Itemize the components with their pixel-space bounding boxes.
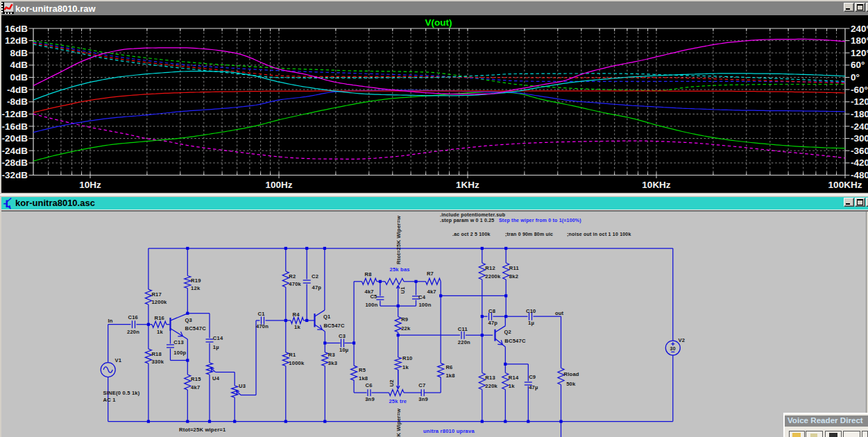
svg-text:Q2: Q2	[504, 329, 512, 335]
svg-text:1KHz: 1KHz	[456, 180, 479, 190]
svg-text:U2: U2	[389, 379, 395, 386]
svg-text:1µ: 1µ	[213, 344, 219, 350]
svg-text:unitra r8010 uprava: unitra r8010 uprava	[423, 428, 475, 434]
svg-text:1k8: 1k8	[445, 372, 454, 379]
svg-text:3n9: 3n9	[418, 396, 428, 402]
svg-text:C3: C3	[339, 333, 346, 339]
svg-text:C10: C10	[526, 308, 536, 314]
svg-text:-8dB: -8dB	[7, 96, 28, 107]
svg-text:BC547C: BC547C	[323, 323, 345, 329]
svg-text:10µ: 10µ	[339, 347, 348, 353]
svg-text:SINE(0 0.5 1k): SINE(0 0.5 1k)	[103, 390, 140, 396]
svg-text:U3: U3	[239, 383, 246, 389]
svg-text:Rtot=25K wiper=1: Rtot=25K wiper=1	[179, 427, 226, 433]
svg-text:330k: 330k	[151, 359, 164, 365]
svg-text:R11: R11	[509, 265, 520, 271]
svg-text:C9: C9	[529, 374, 536, 380]
svg-text:1k: 1k	[402, 364, 409, 370]
svg-text:-240°: -240°	[851, 121, 868, 132]
svg-text:-4dB: -4dB	[7, 85, 28, 95]
svg-text:220k: 220k	[485, 383, 497, 389]
svg-text:-420°: -420°	[851, 157, 868, 168]
svg-text:R17: R17	[151, 291, 162, 298]
svg-text:R9: R9	[401, 316, 408, 323]
svg-text:R15: R15	[191, 376, 201, 382]
svg-text:4dB: 4dB	[10, 60, 28, 70]
svg-text:4k7: 4k7	[427, 289, 436, 295]
svg-text:120°: 120°	[851, 48, 868, 58]
svg-text:C7: C7	[418, 382, 425, 388]
svg-text:R8: R8	[365, 271, 372, 277]
svg-text:R4: R4	[293, 311, 300, 318]
svg-text:C14: C14	[213, 335, 223, 341]
svg-text:3k3: 3k3	[328, 360, 337, 366]
svg-text:R10: R10	[402, 355, 413, 361]
svg-text:30: 30	[670, 346, 676, 351]
svg-text:C13: C13	[173, 339, 184, 345]
svg-text:Q3: Q3	[185, 317, 193, 323]
svg-text:R1: R1	[289, 352, 296, 358]
svg-text:-360°: -360°	[851, 146, 868, 156]
svg-text:V1: V1	[115, 357, 122, 363]
svg-text:12dB: 12dB	[5, 35, 28, 46]
svg-text:22k: 22k	[401, 325, 411, 332]
svg-text:47p: 47p	[488, 320, 498, 326]
svg-text:3n9: 3n9	[365, 396, 375, 402]
svg-text:C16: C16	[128, 314, 139, 320]
svg-text:10KHz: 10KHz	[642, 180, 671, 190]
svg-text:25k tre: 25k tre	[389, 398, 407, 404]
svg-text:R19: R19	[191, 277, 201, 284]
svg-text:10Hz: 10Hz	[79, 180, 101, 190]
svg-text:12k: 12k	[191, 285, 201, 291]
svg-text:In: In	[108, 318, 113, 324]
svg-text:-60°: -60°	[851, 85, 868, 95]
svg-text:470k: 470k	[289, 281, 301, 287]
svg-text:;noise out in oct 1 10 100k: ;noise out in oct 1 10 100k	[567, 232, 631, 237]
svg-text:0dB: 0dB	[10, 72, 28, 83]
svg-text:Q1: Q1	[323, 314, 331, 320]
svg-text:1k8: 1k8	[359, 375, 368, 382]
svg-text:C1: C1	[258, 311, 266, 317]
svg-text:220n: 220n	[458, 339, 470, 345]
svg-text:AC 1: AC 1	[103, 397, 117, 403]
svg-text:C6: C6	[366, 382, 373, 388]
svg-text:R12: R12	[485, 265, 495, 271]
svg-text:U1: U1	[400, 286, 406, 294]
svg-text:100n: 100n	[418, 302, 431, 308]
svg-text:Rtot=25K Wiper=w: Rtot=25K Wiper=w	[395, 409, 402, 437]
svg-text:-300°: -300°	[851, 133, 868, 144]
svg-text:8dB: 8dB	[10, 48, 28, 58]
svg-text:-12dB: -12dB	[1, 109, 28, 119]
svg-text:V(out): V(out)	[425, 17, 452, 28]
svg-text:2200k: 2200k	[485, 273, 501, 280]
svg-text:240°: 240°	[851, 24, 868, 34]
svg-text:R16: R16	[155, 315, 165, 321]
svg-text:180°: 180°	[851, 35, 868, 46]
svg-text:60°: 60°	[851, 60, 865, 70]
svg-text:16dB: 16dB	[5, 24, 28, 34]
svg-text:100n: 100n	[365, 302, 377, 308]
svg-text:-24dB: -24dB	[1, 146, 28, 156]
svg-text:1200k: 1200k	[151, 299, 167, 305]
svg-text:-480°: -480°	[851, 170, 868, 180]
svg-text:R18: R18	[151, 351, 162, 357]
svg-text:-28dB: -28dB	[1, 157, 28, 168]
svg-text:R14: R14	[509, 375, 519, 381]
svg-text:-120°: -120°	[851, 96, 868, 107]
svg-text:R3: R3	[328, 352, 335, 358]
svg-text:.step param w 0 1 0.25: .step param w 0 1 0.25	[440, 218, 494, 223]
svg-text:U4: U4	[212, 375, 220, 382]
svg-text:47p: 47p	[312, 284, 322, 291]
svg-text:-16dB: -16dB	[1, 121, 28, 132]
svg-text:.include potentiometer.sub: .include potentiometer.sub	[440, 212, 505, 218]
svg-text:Rload: Rload	[564, 371, 579, 377]
svg-text:R2: R2	[289, 273, 296, 280]
svg-text:BC547C: BC547C	[185, 325, 207, 332]
svg-text:Step the wiper from 0 to 1(=10: Step the wiper from 0 to 1(=100%)	[499, 218, 581, 223]
svg-text:50k: 50k	[566, 381, 576, 387]
svg-text:Rtot=25K Wiper=w: Rtot=25K Wiper=w	[395, 216, 402, 264]
svg-text:100KHz: 100KHz	[828, 180, 862, 190]
svg-text:C11: C11	[458, 326, 468, 332]
svg-text:out: out	[555, 310, 564, 316]
svg-text:-32dB: -32dB	[1, 170, 28, 180]
